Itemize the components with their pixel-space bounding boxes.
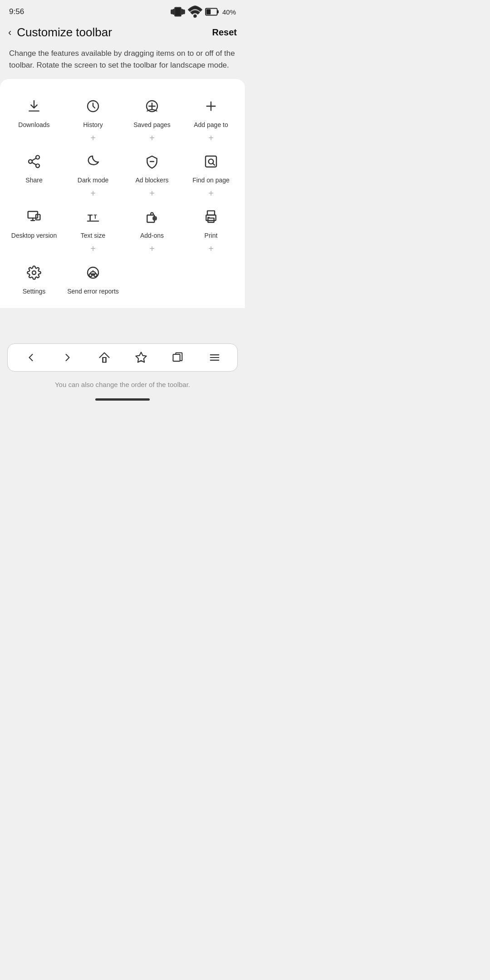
text-size-label: Text size (81, 231, 105, 240)
toolbar-bookmarks-button[interactable] (135, 351, 147, 364)
toolbar-forward-button[interactable] (61, 351, 74, 364)
history-label: History (83, 121, 103, 129)
dark-mode-icon (81, 150, 105, 173)
plus-cell-3[interactable]: + (181, 132, 240, 144)
ad-blockers-label: Ad blockers (135, 176, 168, 184)
item-saved-pages[interactable]: Saved pages (122, 90, 181, 131)
plus-cell-2[interactable]: + (122, 132, 181, 144)
home-bar (0, 393, 245, 404)
back-button[interactable]: ‹ (8, 27, 11, 39)
home-indicator (95, 398, 150, 401)
plus-cell-9[interactable]: + (181, 243, 240, 255)
plus-cell-1[interactable]: + (64, 132, 122, 144)
plus-cell-5[interactable]: + (122, 187, 181, 200)
item-settings[interactable]: Settings (5, 256, 64, 297)
item-send-error[interactable]: Send error reports (64, 256, 122, 297)
toolbar-hint: You can also change the order of the too… (0, 374, 245, 393)
svg-line-25 (213, 163, 215, 165)
svg-marker-49 (136, 352, 146, 362)
desktop-version-label: Desktop version (11, 231, 57, 240)
settings-label: Settings (23, 287, 46, 295)
item-dark-mode[interactable]: Dark mode (64, 145, 122, 186)
ad-blockers-icon (140, 150, 164, 173)
toolbar-tabs-button[interactable] (172, 351, 184, 364)
toolbar-home-button[interactable] (98, 351, 111, 364)
plus-row-1: + + + (5, 132, 240, 144)
item-ad-blockers[interactable]: Ad blockers (122, 145, 181, 186)
status-icons: 40% (171, 5, 236, 19)
plus-cell-6[interactable]: + (181, 187, 240, 200)
empty-cell-2 (181, 256, 240, 297)
plus-cell-empty2 (5, 187, 64, 200)
wifi-icon (188, 5, 202, 19)
settings-icon (22, 261, 46, 284)
spacer (0, 308, 245, 335)
saved-pages-label: Saved pages (133, 121, 171, 129)
add-page-label: Add page to (194, 121, 228, 129)
plus-cell-empty (5, 132, 64, 144)
status-time: 9:56 (9, 7, 24, 16)
item-add-page-to[interactable]: Add page to (181, 90, 240, 131)
print-icon (199, 205, 223, 229)
svg-rect-50 (173, 354, 180, 361)
svg-line-21 (32, 158, 36, 161)
svg-text:T: T (93, 214, 97, 220)
battery-icon (205, 5, 220, 19)
empty-cell-1 (122, 256, 181, 297)
toolbar-items-card: Downloads History Saved pages Add page t… (0, 79, 245, 308)
page-title: Customize toolbar (17, 25, 112, 39)
battery-percentage: 40% (222, 8, 236, 16)
plus-row-2: + + + (5, 187, 240, 200)
text-size-icon: T T (81, 205, 105, 229)
share-icon (22, 150, 46, 173)
item-downloads[interactable]: Downloads (5, 90, 64, 131)
item-text-size[interactable]: T T Text size (64, 201, 122, 241)
item-print[interactable]: Print (181, 201, 240, 241)
item-desktop-version[interactable]: Desktop version (5, 201, 64, 241)
plus-cell-8[interactable]: + (122, 243, 181, 255)
saved-pages-icon (140, 94, 164, 118)
grid-row-1: Downloads History Saved pages Add page t… (5, 90, 240, 131)
svg-point-43 (93, 270, 94, 271)
send-error-icon (81, 261, 105, 284)
plus-cell-4[interactable]: + (64, 187, 122, 200)
status-bar: 9:56 40% (0, 0, 245, 22)
svg-line-20 (32, 162, 36, 165)
svg-rect-37 (207, 211, 215, 215)
add-ons-icon (140, 205, 164, 229)
item-add-ons[interactable]: Add-ons (122, 201, 181, 241)
downloads-label: Downloads (18, 121, 49, 129)
dark-mode-label: Dark mode (78, 176, 108, 184)
find-on-page-label: Find on page (192, 176, 230, 184)
toolbar-menu-button[interactable] (208, 351, 221, 364)
item-find-on-page[interactable]: Find on page (181, 145, 240, 186)
svg-rect-1 (173, 10, 174, 15)
svg-rect-7 (217, 10, 219, 13)
plus-cell-empty3 (5, 243, 64, 255)
item-history[interactable]: History (64, 90, 122, 131)
reset-button[interactable]: Reset (212, 27, 237, 38)
desktop-icon (22, 205, 46, 229)
grid-row-4: Settings Send error reports (5, 256, 240, 297)
toolbar-back-button[interactable] (24, 351, 37, 364)
svg-point-5 (194, 15, 196, 17)
toolbar-preview (7, 343, 238, 372)
print-label: Print (205, 231, 218, 240)
send-error-label: Send error reports (67, 287, 119, 295)
svg-rect-0 (175, 8, 181, 16)
history-icon (81, 94, 105, 118)
plus-cell-7[interactable]: + (64, 243, 122, 255)
add-page-icon (199, 94, 223, 118)
svg-rect-4 (183, 10, 185, 14)
grid-row-3: Desktop version T T Text size (5, 201, 240, 241)
svg-point-41 (32, 271, 36, 274)
grid-row-2: Share Dark mode Ad blockers Find on page (5, 145, 240, 186)
svg-rect-8 (206, 9, 211, 15)
add-ons-label: Add-ons (140, 231, 164, 240)
download-icon (22, 94, 46, 118)
vibrate-icon (171, 5, 185, 19)
item-share[interactable]: Share (5, 145, 64, 186)
find-on-page-icon (199, 150, 223, 173)
plus-row-3: + + + (5, 243, 240, 255)
share-label: Share (25, 176, 42, 184)
